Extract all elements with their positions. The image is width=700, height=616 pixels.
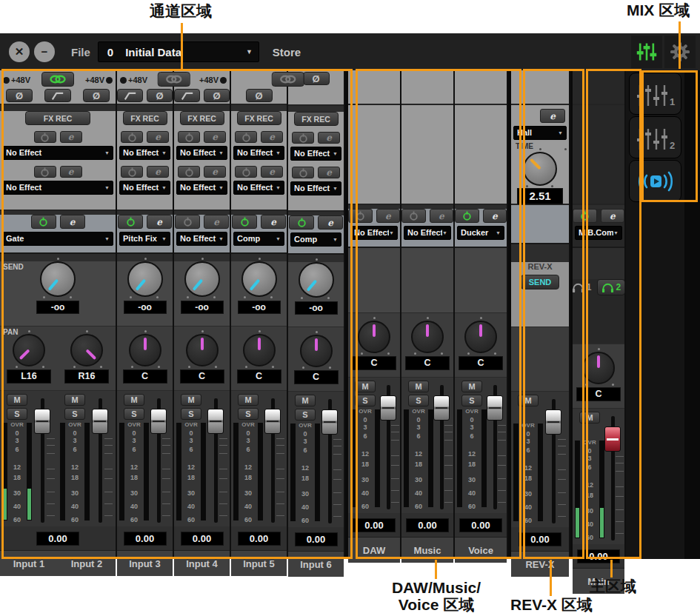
solo-button[interactable]: S xyxy=(124,408,144,420)
send-value-display[interactable]: -oo xyxy=(295,301,338,315)
mute-button[interactable]: M xyxy=(355,381,376,392)
insert-power-button[interactable] xyxy=(573,209,597,223)
fader-track[interactable] xyxy=(265,397,287,524)
effect-power-button[interactable] xyxy=(178,166,200,178)
effect-edit-button[interactable]: e xyxy=(204,166,226,178)
insert-select[interactable]: No Effect▼ xyxy=(350,226,398,240)
insert-edit-button[interactable]: e xyxy=(204,215,229,229)
insert-power-button[interactable] xyxy=(348,209,373,223)
solo-button[interactable]: S xyxy=(181,408,201,420)
send-value-display[interactable]: -oo xyxy=(181,301,224,314)
fader-handle[interactable] xyxy=(264,409,281,434)
mute-button[interactable]: M xyxy=(295,395,316,406)
send-knob[interactable] xyxy=(40,261,76,297)
gain-display[interactable]: 0.00 xyxy=(238,532,281,546)
fx-rec-button[interactable]: FX REC xyxy=(123,111,167,125)
fader-track[interactable] xyxy=(436,384,453,511)
mute-button[interactable]: M xyxy=(408,381,429,392)
gain-display[interactable]: 0.00 xyxy=(353,518,396,532)
fader-handle[interactable] xyxy=(34,409,50,434)
mute-button[interactable]: M xyxy=(64,394,85,406)
effect-edit-button[interactable]: e xyxy=(318,167,340,178)
revx-edit-button[interactable]: e xyxy=(540,109,565,123)
phase-button[interactable]: Ø xyxy=(83,89,110,102)
send-knob[interactable] xyxy=(241,261,277,297)
gain-display[interactable]: 0.00 xyxy=(36,532,79,546)
insert-edit-button[interactable]: e xyxy=(483,209,507,223)
pan-knob[interactable] xyxy=(186,334,219,366)
stereo-link-button[interactable] xyxy=(272,72,304,87)
insert-select[interactable]: Comp▼ xyxy=(290,232,341,247)
pan-value-display[interactable]: C xyxy=(294,370,339,384)
fader-track[interactable] xyxy=(545,398,569,525)
insert-select[interactable]: Comp▼ xyxy=(233,232,284,246)
mute-button[interactable]: M xyxy=(238,394,259,406)
revx-time-display[interactable]: 2.51 xyxy=(517,188,563,204)
stereo-link-button[interactable] xyxy=(41,72,74,87)
insert-edit-button[interactable]: e xyxy=(60,215,85,229)
fader-handle[interactable] xyxy=(92,409,108,434)
effect-power-button[interactable] xyxy=(292,167,314,178)
effect-edit-button[interactable]: e xyxy=(204,131,226,143)
fx-rec-button[interactable]: FX REC xyxy=(294,112,339,126)
insert-select[interactable]: M.B.Comp▼ xyxy=(575,226,622,240)
effect-power-button[interactable] xyxy=(235,131,257,143)
effect-power-button[interactable] xyxy=(121,166,143,178)
pan-value-display[interactable]: R16 xyxy=(64,369,109,384)
fader-handle[interactable] xyxy=(487,395,503,421)
phase-button[interactable]: Ø xyxy=(303,72,330,85)
insert-select[interactable]: No Effect▼ xyxy=(176,232,227,246)
phase-button[interactable]: Ø xyxy=(204,89,230,102)
effect-edit-button[interactable]: e xyxy=(261,166,283,178)
gain-display[interactable]: 0.00 xyxy=(577,549,620,563)
pan-value-display[interactable]: C xyxy=(180,369,224,384)
fx-rec-button[interactable]: FX REC xyxy=(180,111,224,125)
solo-button[interactable]: S xyxy=(64,408,85,420)
fx-rec-button[interactable]: FX REC xyxy=(237,111,281,125)
fader-handle[interactable] xyxy=(545,409,561,435)
phase-button[interactable]: Ø xyxy=(147,89,173,102)
insert-edit-button[interactable]: e xyxy=(147,215,172,229)
solo-button[interactable]: S xyxy=(355,395,376,406)
pan-value-display[interactable]: C xyxy=(576,387,621,401)
effect-select[interactable]: No Effect▼ xyxy=(2,146,113,160)
effect-edit-button[interactable]: e xyxy=(261,131,283,143)
effect-edit-button[interactable]: e xyxy=(318,132,340,144)
pan-value-display[interactable]: C xyxy=(237,369,281,384)
effect-select[interactable]: No Effect▼ xyxy=(233,181,284,195)
revx-type-select[interactable]: Hall▼ xyxy=(513,126,567,140)
solo-button[interactable]: S xyxy=(461,395,482,406)
mute-button[interactable]: M xyxy=(518,395,539,406)
fader-track[interactable] xyxy=(607,415,624,542)
effect-power-button[interactable] xyxy=(235,166,257,178)
effect-power-button[interactable] xyxy=(121,131,143,143)
revx-send-button[interactable]: SEND xyxy=(521,275,559,289)
settings-gear-icon[interactable] xyxy=(664,36,696,68)
effect-select[interactable]: No Effect▼ xyxy=(290,147,341,161)
insert-edit-button[interactable]: e xyxy=(601,209,625,223)
close-button[interactable]: ✕ xyxy=(9,41,30,62)
effect-edit-button[interactable]: e xyxy=(60,131,82,143)
gain-display[interactable]: 0.00 xyxy=(181,532,224,546)
pan-knob[interactable] xyxy=(358,321,390,353)
phase-button[interactable]: Ø xyxy=(6,89,33,102)
effect-power-button[interactable] xyxy=(178,131,200,143)
effect-edit-button[interactable]: e xyxy=(60,166,82,178)
solo-button[interactable]: S xyxy=(295,409,316,421)
mute-button[interactable]: M xyxy=(579,412,600,424)
gain-display[interactable]: 0.00 xyxy=(124,532,167,546)
fader-handle[interactable] xyxy=(380,395,396,421)
effect-power-button[interactable] xyxy=(34,131,56,143)
mix1-button[interactable]: 1 xyxy=(629,73,681,115)
fader-track[interactable] xyxy=(92,397,116,524)
insert-power-button[interactable] xyxy=(232,215,257,229)
solo-button[interactable]: S xyxy=(238,408,259,420)
revx-time-knob[interactable] xyxy=(523,152,557,186)
store-button[interactable]: Store xyxy=(268,45,305,59)
effect-select[interactable]: No Effect▼ xyxy=(119,146,170,160)
send-value-display[interactable]: -oo xyxy=(36,301,79,314)
effect-select[interactable]: No Effect▼ xyxy=(2,181,113,195)
fader-track[interactable] xyxy=(34,397,58,524)
solo-button[interactable]: S xyxy=(408,395,429,406)
send-value-display[interactable]: -oo xyxy=(124,301,167,314)
